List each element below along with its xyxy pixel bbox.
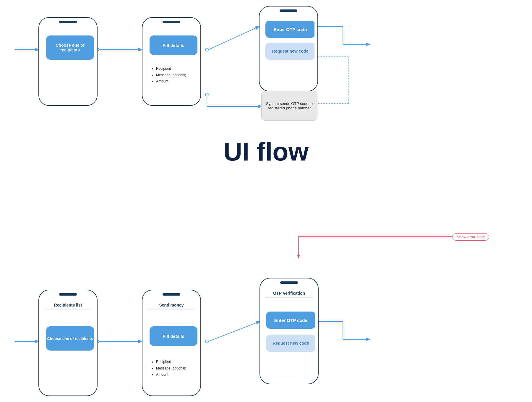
fill-details-bullets-bottom: Recipient Message (optional) Amount	[152, 359, 186, 378]
fill-details-btn-bottom[interactable]: Fill details	[150, 326, 197, 346]
phone-1-top: Choose one of recipients	[38, 17, 98, 106]
divider-b3	[265, 297, 313, 298]
phone-3-bottom-title: OTP Verification	[263, 291, 315, 296]
svg-line-5	[208, 27, 259, 50]
phone-3-top: Enter OTP code Request new code	[259, 6, 318, 92]
phone-notch-b3	[280, 281, 298, 284]
svg-line-20	[208, 322, 259, 341]
phone-1-bottom-title: Recipients list	[42, 303, 94, 307]
phone-notch-b1	[59, 293, 77, 296]
fill-details-bullets-top: Recipient Message (optional) Amount	[152, 66, 186, 85]
request-code-btn-top[interactable]: Request new code	[265, 43, 314, 60]
svg-point-4	[205, 48, 208, 51]
enter-otp-btn-top[interactable]: Enter OTP code	[265, 21, 314, 38]
divider-b1	[44, 309, 92, 309]
svg-point-13	[205, 93, 208, 96]
phone-notch-2	[163, 21, 180, 23]
phone-2-bottom-title: Send money	[145, 303, 197, 307]
system-otp-box: System sends OTP code to registered phon…	[261, 91, 317, 121]
phone-2-top: Fill details Recipient Message (optional…	[142, 17, 201, 106]
phone-notch	[59, 21, 77, 23]
phone-2-bottom: Send money Fill details Recipient Messag…	[142, 290, 201, 396]
choose-recipients-btn-bottom[interactable]: Choose one of recipients	[46, 326, 94, 351]
divider-b2	[148, 309, 195, 309]
fill-details-btn-top[interactable]: Fill details	[150, 35, 197, 55]
page-title: UI flow	[0, 137, 532, 167]
phone-3-bottom: OTP Verification Enter OTP code Request …	[259, 278, 319, 384]
svg-point-19	[205, 340, 208, 343]
phone-notch-3	[280, 9, 297, 12]
enter-otp-btn-bottom[interactable]: Enter OTP code	[266, 312, 315, 329]
error-badge: Show error state	[452, 233, 489, 241]
choose-recipients-btn-top[interactable]: Choose one of recipients	[46, 35, 94, 60]
request-code-btn-bottom[interactable]: Request new code	[266, 335, 315, 352]
phone-notch-b2	[163, 293, 180, 296]
phone-1-bottom: Recipients list Choose one of recipients	[38, 290, 98, 396]
